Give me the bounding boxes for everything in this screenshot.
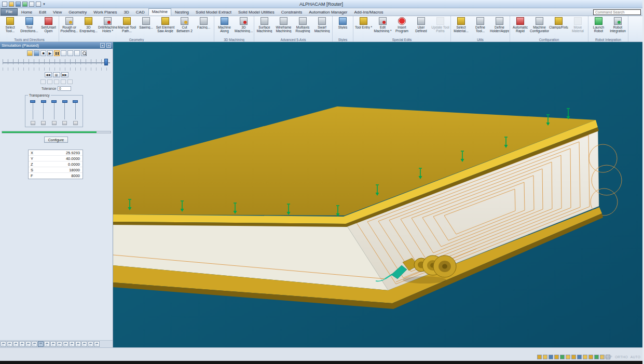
- simulation-progress-slider[interactable]: [3, 58, 110, 67]
- undo-icon[interactable]: [29, 2, 34, 7]
- tool-entry-button[interactable]: Tool Entry *: [354, 17, 373, 29]
- transparency-slider-5[interactable]: [72, 100, 79, 125]
- cut-between-2-geometries-button[interactable]: Cut Between 2 Geometries...: [175, 17, 194, 33]
- close-panel-icon[interactable]: ×: [106, 43, 111, 48]
- view-toolbar-icon-12[interactable]: [69, 341, 75, 347]
- operation-list-button[interactable]: ▤: [53, 72, 60, 77]
- wireframe-machining-button[interactable]: Wireframe Machining: [274, 17, 293, 33]
- status-tool-icon-4[interactable]: [554, 355, 559, 359]
- tolerance-input[interactable]: [58, 86, 71, 91]
- tab-edit[interactable]: Edit: [36, 9, 49, 16]
- select-material-button[interactable]: Select Material...: [451, 17, 471, 33]
- automatic-rapid-manager-button[interactable]: Automatic Rapid Manager...: [511, 17, 530, 33]
- sim-option-icon-4[interactable]: [61, 79, 66, 84]
- tab-automation-manager[interactable]: Automation Manager: [306, 9, 350, 16]
- status-tool-icon-11[interactable]: [594, 355, 599, 359]
- define-tool-button[interactable]: Define Tool...: [471, 17, 490, 33]
- command-search-input[interactable]: [593, 9, 641, 15]
- status-tool-icon-9[interactable]: [583, 355, 587, 359]
- tab-constraints[interactable]: Constraints: [278, 9, 305, 16]
- pin-panel-icon[interactable]: ▪: [100, 43, 105, 48]
- tool-directions-button[interactable]: Tool Directions...: [20, 17, 39, 33]
- surface-machining-button[interactable]: Surface Machining: [255, 17, 274, 33]
- tab-3d[interactable]: 3D: [121, 9, 132, 16]
- multiaxis-roughing-button[interactable]: Multiaxis Roughing: [293, 17, 312, 33]
- styles-button[interactable]: Styles: [333, 17, 352, 29]
- open-file-icon[interactable]: [9, 2, 14, 7]
- save-icon[interactable]: [16, 2, 21, 7]
- tab-solid-model-extract[interactable]: Solid Model Extract: [193, 9, 235, 16]
- stop-button[interactable]: ■: [40, 50, 46, 56]
- step-forward-button[interactable]: ▶▶: [61, 72, 68, 77]
- view-toolbar-icon-5[interactable]: [25, 341, 31, 347]
- view-toolbar-icon-4[interactable]: [19, 341, 25, 347]
- tab-home[interactable]: Home: [18, 9, 35, 16]
- status-tool-icon-5[interactable]: [560, 355, 565, 359]
- edit-machining-button[interactable]: Edit Machining *: [373, 17, 392, 33]
- sim-display-mode-icon[interactable]: [27, 50, 33, 56]
- transparency-slider-1[interactable]: [29, 100, 36, 125]
- step-back-button[interactable]: ◀◀: [45, 72, 52, 77]
- view-toolbar-icon-16[interactable]: [94, 341, 100, 347]
- tab-work-planes[interactable]: Work Planes: [90, 9, 120, 16]
- swarf-machining-button[interactable]: Swarf Machining: [312, 17, 332, 33]
- auto-toggle[interactable]: AUTO: [631, 355, 640, 359]
- snap-toggle[interactable]: SNAP: [602, 355, 612, 359]
- tab-add-ins-macros[interactable]: Add-Ins/Macros: [351, 9, 387, 16]
- view-toolbar-icon-15[interactable]: [88, 341, 93, 347]
- redo-icon[interactable]: [36, 2, 41, 7]
- status-tool-icon-6[interactable]: [566, 355, 570, 359]
- define-holder-aggregate-button[interactable]: Define Holder/Aggregate...: [490, 17, 509, 33]
- facing-button[interactable]: Facing...: [194, 17, 213, 29]
- status-tool-icon-8[interactable]: [577, 355, 582, 359]
- sim-list-icon[interactable]: [67, 50, 73, 56]
- status-tool-icon-2[interactable]: [543, 355, 547, 359]
- transparency-slider-3[interactable]: [50, 100, 58, 125]
- sim-option-icon-3[interactable]: [54, 79, 59, 84]
- quick-access-dropdown-icon[interactable]: ▼: [43, 3, 46, 6]
- manual-tool-path-button[interactable]: Manual Tool Path...: [117, 17, 136, 33]
- tab-machine[interactable]: Machine: [148, 8, 171, 16]
- machine-configuration-button[interactable]: Machine Configuration *: [530, 17, 549, 33]
- tab-geometry[interactable]: Geometry: [65, 9, 90, 16]
- status-tool-icon-10[interactable]: [588, 355, 593, 359]
- tab-view[interactable]: View: [50, 9, 65, 16]
- select-tool-button[interactable]: Select Tool...: [1, 17, 20, 33]
- view-toolbar-icon-7[interactable]: [38, 341, 44, 347]
- status-tool-icon-1[interactable]: [537, 355, 542, 359]
- pause-button[interactable]: [54, 50, 60, 56]
- set-unset-open-elements-button[interactable]: Set/Unset Open Elements: [39, 17, 58, 33]
- sim-option-icon-5[interactable]: [67, 79, 73, 84]
- sim-zoom-icon[interactable]: [81, 50, 87, 56]
- sim-speed-icon[interactable]: [61, 50, 66, 56]
- transparency-slider-4[interactable]: [61, 100, 68, 125]
- rough-or-pocketing-button[interactable]: Rough or Pocketing...: [60, 17, 79, 33]
- tab-nesting[interactable]: Nesting: [172, 9, 192, 16]
- sim-option-icon-1[interactable]: [40, 79, 46, 84]
- sim-report-icon[interactable]: [74, 50, 80, 56]
- insert-program-stop-button[interactable]: Insert Program Stop: [392, 17, 412, 33]
- view-toolbar-icon-2[interactable]: [7, 341, 12, 347]
- print-icon[interactable]: [22, 2, 28, 7]
- user-defined-code-button[interactable]: User Defined Code *: [412, 17, 431, 33]
- view-toolbar-icon-11[interactable]: [63, 341, 68, 347]
- view-toolbar-icon-6[interactable]: [32, 341, 37, 347]
- transparency-slider-2[interactable]: [40, 100, 47, 125]
- view-toolbar-icon-8[interactable]: [44, 341, 50, 347]
- launch-robot-integration-button[interactable]: Launch Robot Integration: [589, 17, 608, 33]
- set-element-saw-angle-button[interactable]: Set Element Saw Angle: [156, 17, 175, 33]
- sim-option-icon-2[interactable]: [47, 79, 52, 84]
- view-toolbar-icon-9[interactable]: [50, 341, 56, 347]
- drill-machine-holes-button[interactable]: Drill/Machine Holes *: [98, 17, 117, 33]
- clamps-fixtures-button[interactable]: Clamps/Fixtures: [549, 17, 568, 29]
- status-tool-icon-3[interactable]: [549, 355, 553, 359]
- robot-integration-settings-button[interactable]: Robot Integration Settings: [608, 17, 627, 33]
- engraving-3d-button[interactable]: 3D Engraving...: [79, 17, 98, 33]
- machining-3d-button[interactable]: 3D Machining...: [234, 17, 253, 33]
- sim-solid-view-icon[interactable]: [34, 50, 39, 56]
- view-toolbar-icon-10[interactable]: [57, 341, 62, 347]
- view-toolbar-icon-1[interactable]: [1, 341, 6, 347]
- ortho-toggle[interactable]: ORTHO: [615, 355, 628, 359]
- view-toolbar-icon-14[interactable]: [81, 341, 87, 347]
- viewport-3d[interactable]: [113, 42, 642, 347]
